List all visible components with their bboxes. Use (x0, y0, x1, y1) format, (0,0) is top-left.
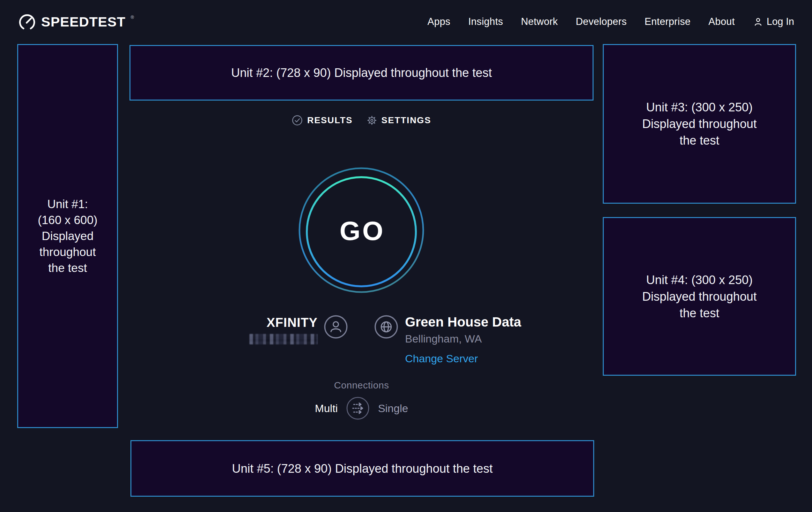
check-circle-icon (292, 115, 303, 126)
single-option[interactable]: Single (378, 402, 408, 415)
ad-line: throughout (38, 244, 97, 260)
go-button[interactable]: GO (297, 166, 425, 295)
ad-unit-3[interactable]: Unit #3: (300 x 250) Displayed throughou… (603, 44, 796, 204)
ad-line: the test (642, 305, 756, 321)
connections-label: Connections (129, 380, 593, 391)
speedtest-logo[interactable]: SPEEDTEST ® (18, 0, 134, 44)
gear-icon (367, 115, 377, 126)
redacted-ip-text (250, 334, 318, 344)
ad-unit-1-text: Unit #1: (160 x 600) Displayed throughou… (38, 196, 97, 276)
ad-unit-1[interactable]: Unit #1: (160 x 600) Displayed throughou… (17, 44, 118, 428)
main-nav: Apps Insights Network Developers Enterpr… (427, 0, 794, 44)
ad-line: Unit #5: (728 x 90) Displayed throughout… (232, 460, 492, 477)
login-link[interactable]: Log In (753, 16, 794, 27)
isp-info: XFINITY (250, 311, 318, 344)
ad-line: the test (642, 132, 756, 149)
ad-line: Displayed throughout (642, 115, 756, 132)
ad-line: Displayed throughout (642, 288, 756, 305)
ad-unit-4-text: Unit #4: (300 x 250) Displayed throughou… (642, 272, 756, 321)
connections-row: Multi Single (129, 397, 593, 420)
nav-item-developers[interactable]: Developers (576, 16, 627, 27)
server-name: Green House Data (405, 315, 521, 330)
login-label: Log In (767, 16, 794, 27)
ad-line: Displayed (38, 228, 97, 244)
isp-user-icon (323, 315, 348, 339)
ad-unit-5[interactable]: Unit #5: (728 x 90) Displayed throughout… (130, 440, 594, 497)
go-label: GO (297, 166, 425, 295)
ad-line: (160 x 600) (38, 212, 97, 228)
server-location: Bellingham, WA (405, 332, 521, 345)
ad-line: Unit #2: (728 x 90) Displayed throughout… (231, 64, 492, 81)
connections-section: Connections Multi Single (129, 380, 593, 420)
header: SPEEDTEST ® Apps Insights Network Develo… (0, 0, 812, 44)
trademark-symbol: ® (131, 15, 134, 20)
view-tabs: RESULTS (129, 115, 593, 126)
server-globe-icon (374, 315, 399, 339)
ad-line: Unit #1: (38, 196, 97, 212)
ad-unit-5-text: Unit #5: (728 x 90) Displayed throughout… (232, 460, 492, 477)
ad-unit-3-text: Unit #3: (300 x 250) Displayed throughou… (642, 99, 756, 149)
server-info: Green House Data Bellingham, WA Change S… (405, 311, 521, 365)
nav-item-apps[interactable]: Apps (427, 16, 450, 27)
nav-item-network[interactable]: Network (521, 16, 558, 27)
speedtest-gauge-icon (18, 12, 37, 31)
ad-line: Unit #4: (300 x 250) (642, 272, 756, 288)
isp-name: XFINITY (250, 315, 318, 330)
speedtest-page: SPEEDTEST ® Apps Insights Network Develo… (0, 0, 812, 512)
settings-label: SETTINGS (381, 115, 431, 126)
ad-unit-2-text: Unit #2: (728 x 90) Displayed throughout… (231, 64, 492, 81)
ad-unit-4[interactable]: Unit #4: (300 x 250) Displayed throughou… (603, 217, 796, 376)
nav-item-insights[interactable]: Insights (468, 16, 503, 27)
ad-line: Unit #3: (300 x 250) (642, 99, 756, 115)
user-icon (753, 16, 763, 27)
nav-item-enterprise[interactable]: Enterprise (644, 16, 691, 27)
ad-unit-2[interactable]: Unit #2: (728 x 90) Displayed throughout… (129, 45, 593, 101)
connection-mode-toggle-icon[interactable] (346, 397, 370, 420)
tab-results[interactable]: RESULTS (292, 115, 353, 126)
nav-item-about[interactable]: About (708, 16, 735, 27)
brand-name: SPEEDTEST (41, 14, 126, 30)
change-server-link[interactable]: Change Server (405, 352, 478, 365)
results-label: RESULTS (307, 115, 353, 126)
multi-option[interactable]: Multi (315, 402, 338, 415)
ad-line: the test (38, 260, 97, 276)
tab-settings[interactable]: SETTINGS (367, 115, 431, 126)
